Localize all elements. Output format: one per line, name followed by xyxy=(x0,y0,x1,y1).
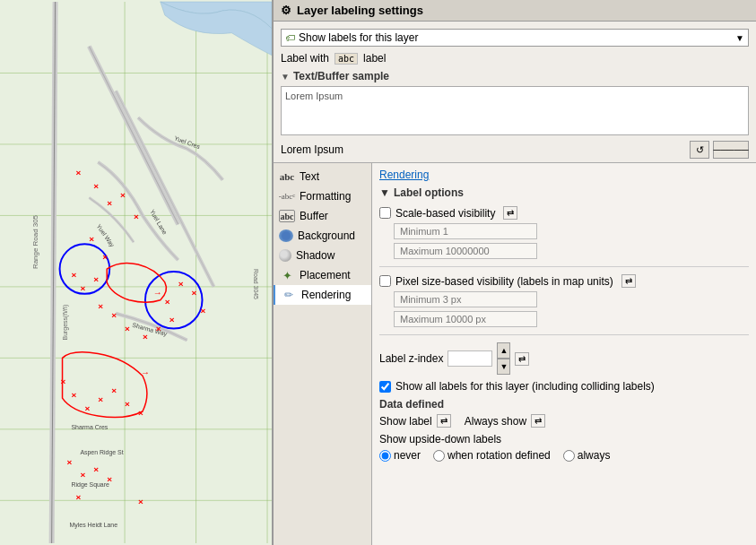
collapse-arrow[interactable]: ▼ xyxy=(379,186,390,199)
always-option: always xyxy=(563,449,611,462)
svg-text:×: × xyxy=(80,470,85,480)
shadow-nav-label: Shadow xyxy=(296,249,335,262)
scale-max-input[interactable] xyxy=(394,243,537,259)
svg-text:×: × xyxy=(178,279,184,289)
always-label: always xyxy=(578,449,611,462)
always-show-icon[interactable]: ⇄ xyxy=(531,414,545,428)
zindex-down-button[interactable]: ▼ xyxy=(497,359,510,375)
show-all-checkbox[interactable] xyxy=(379,381,391,393)
svg-text:×: × xyxy=(192,288,197,298)
sidebar-item-buffer[interactable]: abc Buffer xyxy=(274,206,371,226)
svg-text:→: → xyxy=(141,368,150,377)
when-rotation-option: when rotation defined xyxy=(433,449,551,462)
upside-down-options: never when rotation defined always xyxy=(379,449,749,462)
buffer-sample-title: Text/Buffer sample xyxy=(293,70,389,82)
reset-icon: ↺ xyxy=(696,144,704,156)
pixel-max-input[interactable] xyxy=(394,311,537,327)
show-all-label: Show all labels for this layer (includin… xyxy=(395,380,655,393)
collapse-triangle[interactable]: ▼ xyxy=(281,72,290,82)
show-label-icon[interactable]: ⇄ xyxy=(437,414,451,428)
pixel-min-input[interactable] xyxy=(394,291,537,307)
sidebar-item-formatting[interactable]: -abc c Formatting xyxy=(274,186,371,206)
pixel-visibility-icon[interactable]: ⇄ xyxy=(621,274,636,288)
never-radio[interactable] xyxy=(379,450,391,462)
svg-text:×: × xyxy=(71,390,76,400)
show-all-row: Show all labels for this layer (includin… xyxy=(379,380,749,393)
scale-min-input[interactable] xyxy=(394,223,537,239)
zindex-up-button[interactable]: ▲ xyxy=(497,342,510,359)
slider-icon: ───── xyxy=(714,144,749,155)
main-content: abc Text -abc c Formatting abc Buffer Ba… xyxy=(274,162,756,545)
svg-rect-0 xyxy=(0,2,272,543)
label-with-prefix: Label with xyxy=(281,52,329,65)
label-options-text: Label options xyxy=(394,186,464,199)
svg-text:×: × xyxy=(93,274,99,284)
text-nav-label: Text xyxy=(300,170,319,183)
always-radio[interactable] xyxy=(563,450,575,462)
svg-text:Myles Heidt Lane: Myles Heidt Lane xyxy=(69,522,117,529)
text-preview-box: Lorem Ipsum xyxy=(281,86,749,135)
svg-text:×: × xyxy=(107,198,112,208)
pixel-visibility-checkbox[interactable] xyxy=(379,275,391,287)
sidebar-item-text[interactable]: abc Text xyxy=(274,167,371,186)
svg-text:→: → xyxy=(153,288,162,298)
sidebar-item-rendering[interactable]: ✏ Rendering xyxy=(274,285,371,305)
always-show-text: Always show xyxy=(465,415,526,428)
svg-text:×: × xyxy=(169,315,175,324)
scale-visibility-section: Scale-based visibility ⇄ xyxy=(379,206,749,259)
svg-text:Range Road 305: Range Road 305 xyxy=(31,214,39,269)
upside-down-label: Show upside-down labels xyxy=(379,433,749,446)
slider-handle[interactable]: ───── xyxy=(713,141,749,159)
never-label: never xyxy=(394,449,421,462)
separator-1 xyxy=(379,266,749,267)
data-defined-section: Data defined Show label ⇄ Always show ⇄ xyxy=(379,398,749,428)
svg-text:×: × xyxy=(93,464,99,474)
formatting-nav-icon: -abc c xyxy=(279,190,295,203)
lorem-ipsum-text: Lorem Ipsum xyxy=(281,143,686,156)
map-panel: Range Road 305 Yuel Lane Yuel Cres Yuel … xyxy=(0,0,274,545)
dialog-title: Layer labeling settings xyxy=(297,4,423,17)
chevron-down-icon: ▼ xyxy=(735,33,744,43)
gear-icon: ⚙ xyxy=(281,4,291,17)
lorem-ipsum-line: Lorem Ipsum ↺ ───── xyxy=(274,139,756,162)
pixel-max-row xyxy=(394,311,749,327)
show-labels-dropdown[interactable]: 🏷 Show labels for this layer ▼ xyxy=(281,29,749,47)
svg-text:×: × xyxy=(138,497,143,506)
shadow-nav-icon xyxy=(279,249,291,262)
background-nav-icon xyxy=(279,229,293,242)
placement-nav-icon: ✦ xyxy=(279,269,295,281)
when-rotation-radio[interactable] xyxy=(433,450,445,462)
separator-2 xyxy=(379,334,749,335)
reset-button[interactable]: ↺ xyxy=(690,141,709,159)
svg-text:×: × xyxy=(93,181,99,191)
scale-visibility-icon[interactable]: ⇄ xyxy=(503,206,517,220)
rendering-nav-label: Rendering xyxy=(301,289,351,301)
show-labels-text: Show labels for this layer xyxy=(299,31,418,44)
svg-text:Road 3045: Road 3045 xyxy=(253,269,259,299)
zindex-data-icon[interactable]: ⇄ xyxy=(515,352,529,366)
rendering-link[interactable]: Rendering xyxy=(379,169,749,181)
svg-text:×: × xyxy=(134,212,139,221)
svg-text:×: × xyxy=(143,333,148,342)
label-options-header: ▼ Label options xyxy=(379,186,749,199)
scale-visibility-checkbox[interactable] xyxy=(379,207,391,219)
sidebar-item-placement[interactable]: ✦ Placement xyxy=(274,265,371,285)
rendering-nav-icon: ✏ xyxy=(281,289,297,301)
svg-text:×: × xyxy=(98,394,103,404)
svg-text:×: × xyxy=(111,385,117,395)
svg-text:×: × xyxy=(156,324,161,333)
zindex-input[interactable]: 0.00 xyxy=(448,350,492,367)
abc-badge: abc xyxy=(335,53,358,65)
tag-icon: 🏷 xyxy=(285,32,295,43)
sidebar-item-background[interactable]: Background xyxy=(274,226,371,246)
pixel-visibility-row: Pixel size-based visibility (labels in m… xyxy=(379,274,749,288)
show-label-text: Show label xyxy=(379,415,432,428)
background-nav-label: Background xyxy=(298,229,355,242)
sidebar-item-shadow[interactable]: Shadow xyxy=(274,246,371,265)
pixel-min-row xyxy=(394,291,749,307)
svg-text:×: × xyxy=(201,306,206,316)
svg-text:×: × xyxy=(80,283,85,293)
show-label-row: Show label ⇄ Always show ⇄ xyxy=(379,414,749,428)
buffer-nav-label: Buffer xyxy=(300,210,328,222)
text-nav-icon: abc xyxy=(279,170,295,183)
